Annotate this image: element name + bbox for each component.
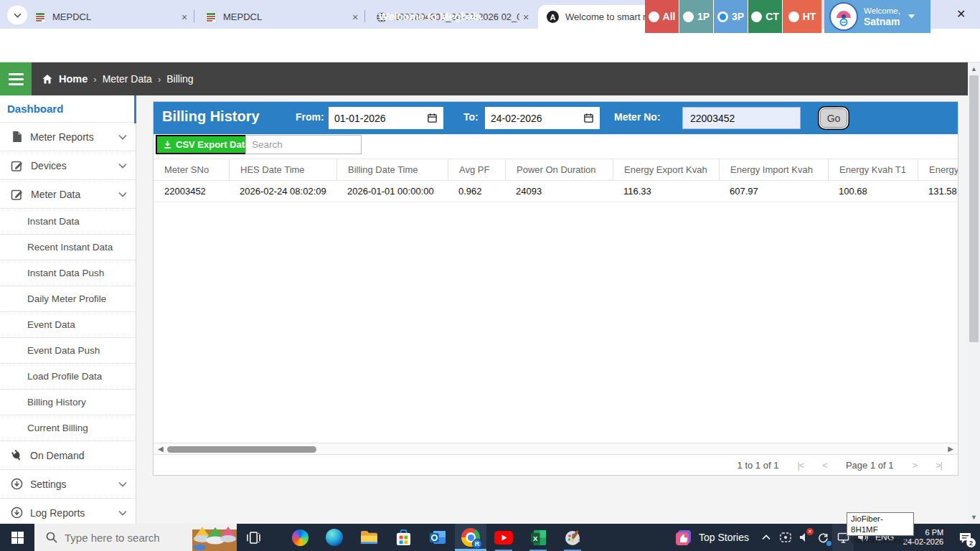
hamburger-menu-button[interactable] (0, 62, 32, 95)
news-widget-button[interactable]: Top Stories (668, 524, 756, 551)
taskbar-search-box[interactable] (34, 524, 237, 551)
breadcrumb-billing[interactable]: Billing (166, 73, 193, 85)
taskbar-search-input[interactable] (65, 532, 172, 544)
scroll-up-icon[interactable]: ▲ (968, 65, 980, 72)
scroll-left-icon[interactable]: ◀ (158, 445, 164, 453)
from-date-input[interactable]: 01-01-2026 (329, 107, 443, 129)
file-explorer-icon (360, 530, 378, 545)
sidebar-item-log-reports[interactable]: Log Reports (0, 499, 136, 527)
copilot-icon (292, 529, 308, 546)
csv-export-button[interactable]: CSV Export Data (156, 135, 257, 154)
pagination-bar: 1 to 1 of 1 |< < Page 1 of 1 > >| (154, 455, 958, 476)
outlook-icon (429, 529, 446, 546)
sidebar-subitem-current-billing[interactable]: Current Billing (0, 415, 136, 441)
tray-sync-button[interactable] (814, 524, 832, 551)
sidebar-subitem-event-data[interactable]: Event Data (0, 312, 136, 338)
notification-center-button[interactable]: 2 (950, 524, 980, 551)
taskbar-edge-button[interactable] (317, 524, 352, 551)
sidebar-subitem-instant-data[interactable]: Instant Data (0, 209, 136, 235)
taskbar-copilot-button[interactable] (283, 524, 317, 551)
chevron-down-icon (14, 13, 22, 18)
browser-tab-1[interactable]: MEPDCL × (26, 5, 197, 29)
row-cell: 22003452 (154, 181, 229, 202)
last-page-icon[interactable]: >| (936, 460, 942, 471)
sidebar-subitem-daily-meter-profile[interactable]: Daily Meter Profile (0, 286, 136, 312)
vertical-scroll-thumb[interactable] (969, 75, 979, 342)
breadcrumb-home[interactable]: Home (59, 73, 88, 85)
phase-radio-3p-selected[interactable]: 3P (714, 0, 748, 33)
paint-icon (564, 529, 581, 546)
meter-logo (829, 2, 858, 31)
page-vertical-scrollbar[interactable]: ▲ ▼ (968, 62, 980, 524)
notification-count-badge: 2 (966, 538, 976, 547)
phase-radio-ct[interactable]: CT (748, 0, 783, 33)
phase-radio-ht[interactable]: HT (783, 0, 821, 33)
taskbar-chrome-button-active[interactable]: R (455, 524, 486, 551)
first-page-icon[interactable]: |< (797, 460, 804, 471)
header-cell[interactable]: Meter SNo (154, 159, 229, 180)
browser-tab-2[interactable]: MEPDCL × (197, 5, 367, 29)
row-cell: 100.68 (828, 181, 918, 202)
phase-radio-all[interactable]: All (645, 0, 679, 33)
taskbar-excel-button[interactable]: X (521, 524, 555, 551)
tab-close-icon[interactable]: × (178, 11, 191, 24)
home-icon[interactable] (42, 74, 53, 85)
taskbar-outlook-button[interactable] (420, 524, 455, 551)
go-button[interactable]: Go (820, 108, 847, 128)
table-search-input[interactable] (245, 135, 362, 154)
header-cell[interactable]: Power On Duration (505, 159, 613, 180)
sidebar-subitem-event-data-push[interactable]: Event Data Push (0, 338, 136, 364)
header-cell[interactable]: HES Date Time (229, 159, 336, 180)
sidebar-item-devices[interactable]: Devices (0, 151, 136, 180)
calendar-icon[interactable] (583, 113, 594, 123)
sidebar-item-settings[interactable]: Settings (0, 470, 136, 499)
header-cell[interactable]: Energy K (918, 159, 958, 180)
header-cell[interactable]: Energy Kvah T1 (828, 159, 918, 180)
tray-snip-button[interactable] (776, 524, 795, 551)
tray-expand-button[interactable] (756, 524, 776, 551)
welcome-marquee: Welcome to Meghala (379, 0, 565, 33)
table-row[interactable]: 22003452 2026-02-24 08:02:09 2026-01-01 … (154, 181, 958, 202)
scroll-right-icon[interactable]: ▶ (948, 445, 953, 453)
holi-festival-graphic[interactable] (191, 524, 237, 551)
header-cell[interactable]: Billing Date Time (336, 159, 448, 180)
header-cell[interactable]: Energy Export Kvah (613, 159, 719, 180)
taskbar-store-button[interactable] (386, 524, 420, 551)
breadcrumb-meter-data[interactable]: Meter Data (103, 73, 152, 85)
tab-search-chevron-button[interactable] (7, 6, 27, 24)
next-page-icon[interactable]: > (912, 460, 917, 471)
scroll-down-icon[interactable]: ▼ (968, 514, 980, 521)
sidebar-subitem-billing-history[interactable]: Billing History (0, 390, 136, 415)
header-cell[interactable]: Energy Import Kvah (719, 159, 828, 180)
header-cell[interactable]: Avg PF (448, 159, 505, 180)
calendar-icon[interactable] (427, 113, 438, 123)
screen-clip-icon (780, 532, 791, 542)
window-close-button[interactable]: ✕ (956, 7, 966, 21)
to-label: To: (463, 111, 479, 123)
horizontal-scroll-thumb[interactable] (167, 446, 316, 453)
sidebar-item-meter-reports[interactable]: Meter Reports (0, 123, 136, 151)
taskbar-file-explorer-button[interactable] (352, 524, 386, 551)
table-horizontal-scrollbar[interactable]: ◀ ▶ (154, 443, 958, 455)
taskbar-paint-button[interactable] (555, 524, 590, 551)
sidebar-item-meter-data[interactable]: Meter Data (0, 180, 136, 209)
task-view-button[interactable] (237, 524, 270, 551)
task-view-icon (247, 532, 260, 544)
sidebar-subitem-load-profile-data[interactable]: Load Profile Data (0, 364, 136, 390)
tray-volume-muted-button[interactable]: ✕ (795, 524, 814, 551)
tab-close-icon[interactable]: × (349, 11, 362, 24)
tab-title: MEPDCL (52, 11, 178, 22)
sidebar-subitem-recent-instant-data[interactable]: Recent Instant Data (0, 235, 136, 260)
to-date-input[interactable]: 24-02-2026 (485, 107, 600, 129)
start-button[interactable] (0, 524, 34, 551)
meter-no-input[interactable] (682, 107, 801, 129)
browser-toolbar: ← → ↻ meghasmarts.com/Billing ☆ R ⋮ (0, 29, 980, 62)
sidebar-subitem-instant-data-push[interactable]: Instant Data Push (0, 260, 136, 286)
prev-page-icon[interactable]: < (822, 460, 827, 471)
user-menu[interactable]: Welcome, Satnam (824, 0, 930, 33)
sidebar-title-dashboard[interactable]: Dashboard (0, 95, 136, 123)
sidebar-item-on-demand[interactable]: On Demand (0, 441, 136, 470)
taskbar-youtube-button[interactable] (486, 524, 521, 551)
radio-selected-icon (717, 11, 728, 22)
phase-radio-1p[interactable]: 1P (679, 0, 714, 33)
